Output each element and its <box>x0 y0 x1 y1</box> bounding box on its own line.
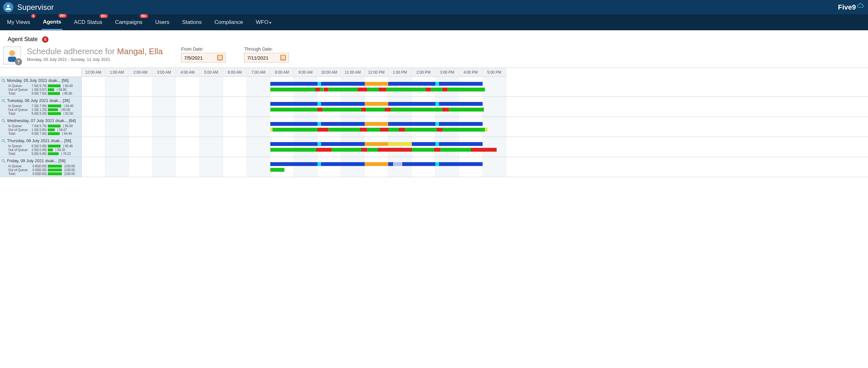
segment[interactable] <box>485 128 487 132</box>
nav-acd-status[interactable]: ACD Status99+ <box>73 15 103 29</box>
segment[interactable] <box>385 108 391 111</box>
through-date-input[interactable]: 7/11/2021 <box>244 53 289 62</box>
segment[interactable] <box>437 128 443 132</box>
segment[interactable] <box>270 82 317 86</box>
from-date-input[interactable]: 7/5/2021 <box>181 53 226 62</box>
segment[interactable] <box>448 108 484 111</box>
segment[interactable] <box>439 162 483 166</box>
segment[interactable] <box>402 162 435 166</box>
lane-area[interactable] <box>82 157 868 177</box>
segment[interactable] <box>440 148 471 152</box>
day-rowhead[interactable]: Monday, 05 July 2021 dsak... [56]In Queu… <box>0 77 82 97</box>
segment[interactable] <box>367 88 379 92</box>
lane-area[interactable] <box>82 117 868 137</box>
segment[interactable] <box>439 82 483 86</box>
segment[interactable] <box>323 88 328 92</box>
segment[interactable] <box>442 108 448 111</box>
nav-campaigns[interactable]: Campaigns99+ <box>114 15 144 29</box>
nav-agents[interactable]: Agents99+ <box>41 15 62 30</box>
segment[interactable] <box>270 102 317 106</box>
segment[interactable] <box>365 102 388 106</box>
nav-users[interactable]: Users <box>154 15 170 29</box>
segment[interactable] <box>388 128 399 132</box>
segment[interactable] <box>365 142 388 146</box>
segment[interactable] <box>365 122 388 126</box>
segment[interactable] <box>270 162 317 166</box>
segment[interactable] <box>358 88 367 92</box>
segment[interactable] <box>270 122 317 126</box>
segment[interactable] <box>322 108 361 111</box>
segment[interactable] <box>435 102 439 106</box>
segment[interactable] <box>270 108 317 111</box>
segment[interactable] <box>270 142 317 146</box>
segment[interactable] <box>380 128 388 132</box>
segment[interactable] <box>366 108 385 111</box>
nav-wfo[interactable]: WFO <box>254 15 273 29</box>
segment[interactable] <box>317 102 321 106</box>
segment[interactable] <box>435 142 439 146</box>
segment[interactable] <box>321 122 365 126</box>
calendar-icon[interactable] <box>280 55 286 61</box>
segment[interactable] <box>317 122 321 126</box>
segment[interactable] <box>391 108 442 111</box>
segment[interactable] <box>439 142 483 146</box>
segment[interactable] <box>365 162 388 166</box>
lane-area[interactable] <box>82 97 868 116</box>
user-icon[interactable] <box>3 2 13 12</box>
segment[interactable] <box>321 82 365 86</box>
segment[interactable] <box>426 88 431 92</box>
segment[interactable] <box>367 148 377 152</box>
segment[interactable] <box>328 128 360 132</box>
segment[interactable] <box>361 148 367 152</box>
nav-compliance[interactable]: Compliance <box>213 15 245 29</box>
segment[interactable] <box>320 88 323 92</box>
segment[interactable] <box>442 128 485 132</box>
segment[interactable] <box>321 102 365 106</box>
segment[interactable] <box>317 162 321 166</box>
segment[interactable] <box>393 162 403 166</box>
segment[interactable] <box>388 142 412 146</box>
segment[interactable] <box>317 108 322 111</box>
day-rowhead[interactable]: Wednesday, 07 July 2021 dsak... [64]In Q… <box>0 117 82 137</box>
segment[interactable] <box>316 148 332 152</box>
segment[interactable] <box>412 148 434 152</box>
lane-area[interactable] <box>82 77 868 97</box>
nav-my-views[interactable]: My Views6 <box>6 15 31 29</box>
segment[interactable] <box>317 82 321 86</box>
segment[interactable] <box>270 88 315 92</box>
segment[interactable] <box>388 122 435 126</box>
day-rowhead[interactable]: Friday, 09 July 2021 dsak... [58]In Queu… <box>0 157 82 177</box>
magnifier-icon[interactable] <box>1 78 6 83</box>
segment[interactable] <box>321 162 365 166</box>
segment[interactable] <box>471 148 497 152</box>
segment[interactable] <box>435 82 439 86</box>
day-rowhead[interactable]: Thursday, 08 July 2021 dsak... [56]In Qu… <box>0 137 82 157</box>
calendar-icon[interactable] <box>217 55 223 61</box>
nav-stations[interactable]: Stations <box>181 15 203 29</box>
segment[interactable] <box>431 88 442 92</box>
segment[interactable] <box>270 148 316 152</box>
magnifier-icon[interactable] <box>1 139 6 143</box>
segment[interactable] <box>317 128 328 132</box>
segment[interactable] <box>447 88 485 92</box>
segment[interactable] <box>328 88 358 92</box>
segment[interactable] <box>332 148 361 152</box>
segment[interactable] <box>434 148 440 152</box>
segment[interactable] <box>435 162 439 166</box>
magnifier-icon[interactable] <box>1 119 6 123</box>
segment[interactable] <box>388 162 393 166</box>
segment[interactable] <box>379 88 386 92</box>
segment[interactable] <box>435 122 439 126</box>
magnifier-icon[interactable] <box>1 159 6 163</box>
segment[interactable] <box>388 102 435 106</box>
segment[interactable] <box>273 128 317 132</box>
segment[interactable] <box>361 108 366 111</box>
magnifier-icon[interactable] <box>1 98 6 103</box>
segment[interactable] <box>365 82 388 86</box>
segment[interactable] <box>399 128 405 132</box>
segment[interactable] <box>367 128 380 132</box>
lane-area[interactable] <box>82 137 868 157</box>
segment[interactable] <box>388 82 435 86</box>
segment[interactable] <box>315 88 320 92</box>
segment[interactable] <box>405 128 437 132</box>
